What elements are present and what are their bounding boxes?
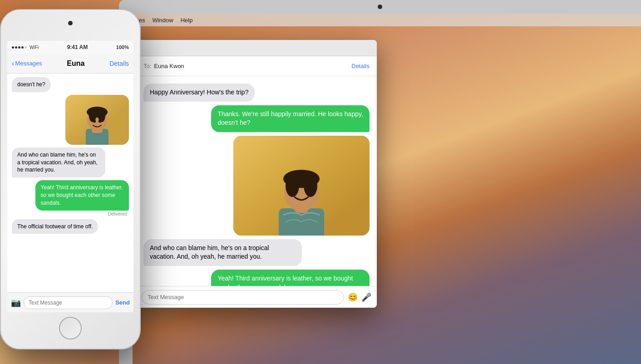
iphone-nav-title: Euna <box>42 59 110 68</box>
svg-point-26 <box>305 188 309 192</box>
message-row-photo <box>143 136 370 236</box>
audio-icon[interactable]: 🎤 <box>361 292 371 302</box>
message-bubble-4: Yeah! Third anniversary is leather, so w… <box>211 270 370 286</box>
wifi-icon: WiFi <box>30 45 39 50</box>
message-row-4: Yeah! Third anniversary is leather, so w… <box>143 270 370 286</box>
chat-input-area: 😊 🎤 <box>136 286 377 308</box>
svg-point-36 <box>93 119 96 123</box>
iphone-statusbar: WiFi 9:41 AM 100% <box>7 41 133 54</box>
chat-recipient: Euna Kwon <box>154 63 184 69</box>
iphone-msg-row-photo <box>12 95 129 145</box>
signal-dots <box>12 46 27 49</box>
svg-point-25 <box>294 188 298 192</box>
iphone-delivered-label: Delivered <box>108 212 129 216</box>
iphone-send-button[interactable]: Send <box>115 299 130 306</box>
svg-point-23 <box>286 174 299 197</box>
message-bubble-2: Thanks. We're still happily married. He … <box>211 105 370 132</box>
battery-status: 100% <box>116 44 129 50</box>
message-bubble-1: Happy Anniversary! How's the trip? <box>143 84 255 102</box>
message-bubble-3: And who can blame him, he's on a tropica… <box>143 239 302 266</box>
iphone-bubble-5: The official footwear of time off. <box>12 219 98 234</box>
iphone-input-bar: 📷 Send <box>7 292 133 312</box>
iphone-msg-row-4: Yeah! Third anniversary is leather, so w… <box>12 180 129 216</box>
menubar-help[interactable]: Help <box>181 17 193 24</box>
chat-area: To: Euna Kwon Details Happy Anniversary!… <box>136 56 377 308</box>
iphone-msg-row-1: doesn't he? <box>12 77 129 92</box>
iphone-bubble-1: doesn't he? <box>12 77 51 92</box>
iphone: WiFi 9:41 AM 100% ‹ Messages Euna Detail… <box>0 9 141 349</box>
emoji-icon[interactable]: 😊 <box>348 292 358 302</box>
iphone-photo-bubble <box>65 95 129 145</box>
menubar-window[interactable]: Window <box>152 17 173 24</box>
chat-header: To: Euna Kwon Details <box>136 56 377 76</box>
iphone-screen: WiFi 9:41 AM 100% ‹ Messages Euna Detail… <box>7 41 133 312</box>
iphone-bubble-4: Yeah! Third anniversary is leather, so w… <box>35 180 129 210</box>
chat-details-button[interactable]: Details <box>351 63 370 69</box>
iphone-msg-row-5: The official footwear of time off. <box>12 219 129 234</box>
photo-image <box>233 136 370 236</box>
svg-point-24 <box>304 174 317 197</box>
mac-camera <box>378 5 382 9</box>
iphone-bubble-3: And who can blame him, he's on a tropica… <box>12 148 105 177</box>
message-row-2: Thanks. We're still happily married. He … <box>143 105 370 132</box>
chat-to-label: To: <box>143 63 151 69</box>
iphone-camera-icon[interactable]: 📷 <box>11 298 21 308</box>
iphone-camera <box>68 21 73 25</box>
iphone-back-button[interactable]: ‹ Messages <box>12 59 42 68</box>
svg-point-37 <box>99 119 101 123</box>
iphone-navbar: ‹ Messages Euna Details <box>7 54 133 74</box>
iphone-details-button[interactable]: Details <box>109 60 129 67</box>
message-row-1: Happy Anniversary! How's the trip? <box>143 84 370 102</box>
chat-input-field[interactable] <box>142 290 344 305</box>
iphone-home-button[interactable] <box>59 317 82 339</box>
chat-messages: Happy Anniversary! How's the trip? Thank… <box>136 76 377 286</box>
iphone-messages: doesn't he? <box>7 74 133 292</box>
photo-bubble <box>233 136 370 236</box>
iphone-input-field[interactable] <box>24 296 113 309</box>
iphone-msg-row-3: And who can blame him, he's on a tropica… <box>12 148 129 177</box>
iphone-time: 9:41 AM <box>39 44 116 50</box>
iphone-body: WiFi 9:41 AM 100% ‹ Messages Euna Detail… <box>0 9 141 349</box>
message-row-3: And who can blame him, he's on a tropica… <box>143 239 370 266</box>
